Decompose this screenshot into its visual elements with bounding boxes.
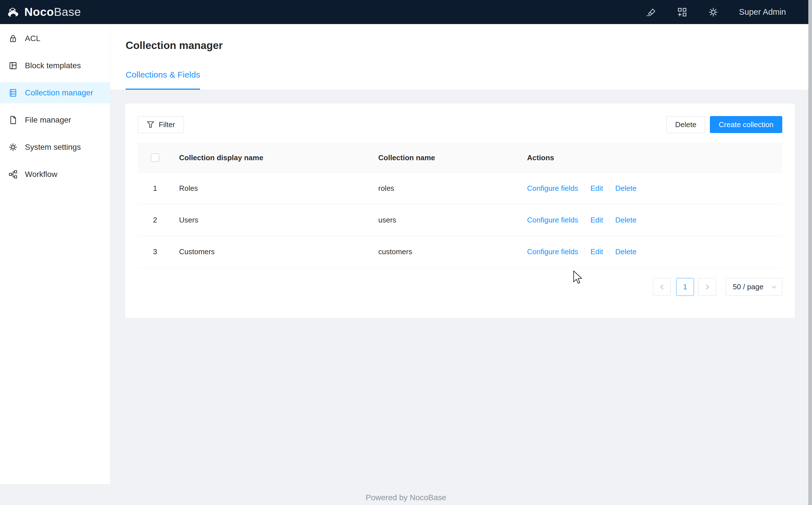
page-size-select[interactable]: 50 / page [726,278,782,296]
cell-display-name: Roles [172,184,371,193]
edit-link[interactable]: Edit [590,247,603,256]
action-divider [609,248,609,256]
column-header-display-name: Collection display name [172,153,371,162]
action-divider [609,216,609,224]
pagination: 1 50 / page [138,278,782,296]
sidebar-item-label: Workflow [25,170,57,179]
configure-fields-link[interactable]: Configure fields [527,184,578,193]
funnel-icon [147,121,155,129]
create-collection-button[interactable]: Create collection [710,116,782,133]
page-header: Collection manager Collections & Fields [110,24,808,90]
brand-name-bold: Noco [24,5,54,18]
delete-button[interactable]: Delete [666,116,705,133]
collections-table: Collection display name Collection name … [138,143,782,268]
edit-link[interactable]: Edit [590,184,603,193]
database-icon [8,88,18,98]
collections-table-card: Filter Delete Create collection Collecti… [125,104,795,318]
top-bar: NocoBase Super Admin [0,0,812,24]
cell-collection-name: customers [371,247,520,256]
action-divider [609,184,609,193]
sidebar-item-workflow[interactable]: Workflow [0,164,110,185]
delete-link[interactable]: Delete [615,247,636,256]
table-row: 1 Roles roles Configure fields Edit Dele… [138,173,782,204]
tab-bar: Collections & Fields [125,69,808,90]
sidebar-item-label: ACL [25,34,40,43]
lock-icon [8,34,18,43]
nocobase-logo[interactable]: NocoBase [6,4,81,20]
vertical-scrollbar[interactable] [808,0,812,505]
footer-text: Powered by NocoBase [0,493,812,502]
sidebar-item-collection-manager[interactable]: Collection manager [0,82,110,103]
page-title: Collection manager [125,24,808,53]
pagination-next-button[interactable] [698,278,716,296]
sidebar-item-label: System settings [25,143,81,152]
chevron-down-icon [771,284,778,291]
cell-display-name: Customers [172,247,371,256]
brand-name-light: Base [54,5,81,18]
sidebar-item-label: Collection manager [25,88,93,98]
cell-collection-name: users [371,216,520,224]
user-menu[interactable]: Super Admin [739,7,786,17]
row-index: 1 [138,184,172,193]
gear-icon[interactable] [708,7,719,18]
cell-collection-name: roles [371,184,520,193]
pagination-page-1[interactable]: 1 [676,278,694,296]
sidebar-item-block-templates[interactable]: Block templates [0,55,110,76]
edit-link[interactable]: Edit [590,216,603,224]
table-header-row: Collection display name Collection name … [138,143,782,173]
cell-actions: Configure fields Edit Delete [520,247,782,256]
column-header-collection-name: Collection name [371,153,520,162]
chevron-right-icon [704,283,711,291]
table-row: 3 Customers customers Configure fields E… [138,236,782,268]
cell-actions: Configure fields Edit Delete [520,216,782,224]
configure-fields-link[interactable]: Configure fields [527,216,578,224]
delete-link[interactable]: Delete [615,216,636,224]
chevron-left-icon [658,283,666,291]
filter-button[interactable]: Filter [138,116,184,133]
configure-fields-link[interactable]: Configure fields [527,247,578,256]
sidebar-item-label: Block templates [25,61,81,70]
column-header-actions: Actions [520,153,782,162]
sidebar-item-file-manager[interactable]: File manager [0,110,110,131]
gear-icon [8,143,18,152]
file-icon [8,116,18,125]
pagination-prev-button[interactable] [653,278,671,296]
select-all-cell [138,153,172,162]
delete-link[interactable]: Delete [615,184,636,193]
nocobase-logo-icon [6,4,22,20]
sidebar-item-label: File manager [25,116,71,125]
appstore-add-icon[interactable] [677,7,688,18]
tab-collections-fields[interactable]: Collections & Fields [125,69,200,90]
column-divider [520,153,520,162]
layout-icon [8,61,18,70]
main-content: Collection manager Collections & Fields … [110,24,808,505]
row-index: 2 [138,216,172,224]
select-all-checkbox[interactable] [151,153,159,162]
row-index: 3 [138,247,172,256]
sidebar-item-acl[interactable]: ACL [0,28,110,49]
sidebar: ACL Block templates Collection manager F… [0,24,110,484]
table-row: 2 Users users Configure fields Edit Dele… [138,204,782,236]
sidebar-item-system-settings[interactable]: System settings [0,137,110,158]
highlighter-icon[interactable] [646,7,656,18]
cell-actions: Configure fields Edit Delete [520,184,782,193]
cell-display-name: Users [172,216,371,224]
table-toolbar: Filter Delete Create collection [138,116,782,133]
workflow-icon [8,170,18,179]
